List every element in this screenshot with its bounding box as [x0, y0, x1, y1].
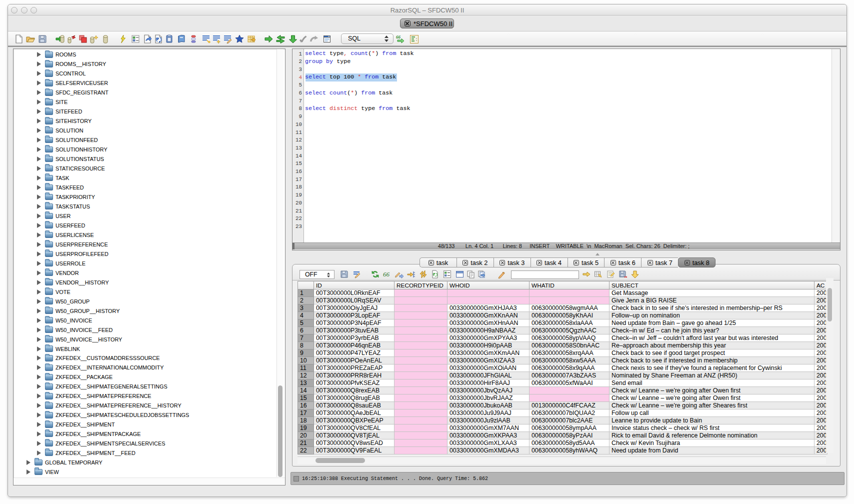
svg-text:66: 66	[383, 270, 390, 278]
svg-text:66: 66	[396, 34, 401, 40]
